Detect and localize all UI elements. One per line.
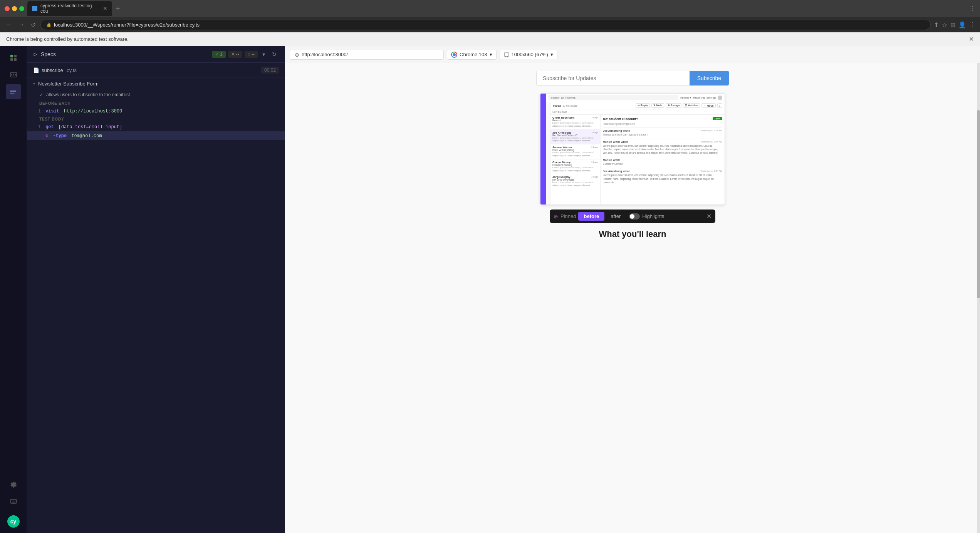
- mini-note-btn[interactable]: ✎ Note: [651, 103, 665, 108]
- mini-thread-3: Monica White Customer Service: [603, 159, 722, 166]
- mini-message-item-1[interactable]: 14 ago Gloria Robertson Refund Lorem ips…: [550, 115, 600, 130]
- minimize-button[interactable]: [12, 6, 17, 11]
- specs-controls: ✓ 1 ✕ -- ○ -- ▾ ↻: [212, 50, 279, 59]
- mini-thread-author-4: Joe Armstrong wrote: [603, 170, 630, 173]
- mini-thread-author-2: Monica White wrote: [603, 141, 628, 143]
- mini-assign-btn[interactable]: ⊕ Assign: [666, 103, 681, 108]
- viewport-text: 1000x660 (67%): [512, 52, 548, 57]
- bookmark-button[interactable]: ☆: [942, 21, 947, 28]
- tab-close-button[interactable]: ✕: [103, 5, 107, 12]
- mini-sidebar: [540, 94, 546, 204]
- extensions-button[interactable]: ⊞: [950, 21, 955, 28]
- mini-search-input[interactable]: [548, 95, 678, 100]
- browser-menu-button[interactable]: ⋮: [969, 5, 975, 12]
- mini-message-item-5[interactable]: 14 ago Jorge Murphy Not what I expected …: [550, 174, 600, 189]
- browser-titlebar: cypress-realworld-testing-cou ✕ + ⋮: [0, 0, 980, 17]
- viewport-selector[interactable]: 1000x660 (67%) ▾: [500, 50, 557, 59]
- new-tab-button[interactable]: +: [114, 4, 123, 13]
- mini-move-btn[interactable]: → Move: [701, 103, 716, 108]
- mini-reply-btn[interactable]: ↩ Reply: [636, 103, 650, 108]
- forward-button[interactable]: →: [17, 20, 26, 29]
- refresh-button[interactable]: ↻: [270, 50, 279, 59]
- specs-icon: ⊳: [33, 51, 38, 57]
- mini-thread-4: Joe Armstrong wrote Yesterday at 7:24 AM…: [603, 170, 722, 184]
- sidebar-icon-list[interactable]: [6, 84, 21, 99]
- email-input[interactable]: [536, 71, 690, 85]
- code-keyword-visit: visit: [45, 109, 59, 114]
- code-line-1: 1 visit http://localhost:3000: [27, 107, 285, 116]
- notification-close-button[interactable]: ✕: [969, 35, 974, 43]
- sidebar-icon-keyboard[interactable]: [6, 494, 21, 509]
- cy-logo-mark: cy: [7, 515, 20, 528]
- active-tab[interactable]: cypress-realworld-testing-cou ✕: [27, 1, 112, 16]
- reload-button[interactable]: ↺: [29, 20, 37, 29]
- mini-msg-preview-3: Lorem ipsum dolor sit amet, consectetur …: [552, 151, 598, 158]
- mini-thread-divider-2: [603, 139, 722, 139]
- notification-bar: Chrome is being controlled by automated …: [0, 32, 980, 46]
- mini-thread-header-3: Monica White: [603, 159, 722, 161]
- toggle-switch[interactable]: [629, 213, 640, 220]
- preview-url-bar[interactable]: ⊕ http://localhost:3000/: [290, 50, 444, 60]
- preview-scrollbar[interactable]: [977, 63, 980, 533]
- highlights-toggle[interactable]: Highlights: [629, 213, 664, 220]
- app-preview: Subscribe Inboxes ▾ Reporting Settings: [285, 63, 980, 533]
- pinned-before-button[interactable]: before: [578, 212, 604, 221]
- mini-thread-header-1: Joe Armstrong wrote Yesterday at 7:24 AM: [603, 129, 722, 132]
- left-panel: ⊳ Specs ✓ 1 ✕ -- ○ -- ▾ ↻: [27, 46, 285, 533]
- maximize-button[interactable]: [19, 6, 24, 11]
- sidebar-icon-dashboard[interactable]: [6, 50, 21, 65]
- svg-rect-9: [504, 53, 509, 56]
- test-group-header[interactable]: ▾ Newsletter Subscribe Form: [27, 78, 285, 90]
- mini-thread-1: Joe Armstrong wrote Yesterday at 7:24 AM…: [603, 129, 722, 136]
- svg-rect-2: [10, 58, 13, 61]
- loading-badge: ○ --: [245, 51, 258, 58]
- pinned-after-button[interactable]: after: [605, 212, 626, 221]
- mini-msg-subject-5: Not what I expected: [552, 178, 598, 181]
- sidebar-icon-settings[interactable]: [6, 477, 21, 492]
- sidebar-icon-code[interactable]: [6, 67, 21, 82]
- mini-msg-subject-3: Issue with reporting: [552, 149, 598, 151]
- share-button[interactable]: ⬆: [934, 21, 939, 28]
- code-value-url: http://localhost:3000: [64, 109, 122, 114]
- code-line-2: 1 get [data-test=email-input]: [27, 123, 285, 131]
- subscribe-button[interactable]: Subscribe: [690, 71, 729, 85]
- more-menu-button[interactable]: ⋮: [969, 21, 975, 28]
- mini-body: Inbox 12 messages ↩ Reply ✎ Note ⊕ Assig…: [546, 102, 725, 204]
- back-button[interactable]: ←: [5, 20, 14, 29]
- svg-point-6: [10, 91, 11, 92]
- scrollbar-thumb[interactable]: [977, 110, 980, 298]
- fail-badge: ✕ --: [228, 51, 242, 58]
- mini-arrows-btn[interactable]: ↕: [717, 103, 723, 108]
- pinned-pin-icon: ⊕: [554, 213, 558, 220]
- pinned-close-button[interactable]: ✕: [706, 213, 712, 220]
- mini-thread-time-1: Yesterday at 7:24 AM: [700, 129, 722, 132]
- test-group-label: Newsletter Subscribe Form: [38, 81, 99, 87]
- browser-selector[interactable]: Chrome 103 ▾: [447, 50, 497, 60]
- mini-nav-settings[interactable]: Settings: [706, 96, 716, 99]
- mini-nav-reporting[interactable]: Reporting: [693, 96, 705, 99]
- mini-open-badge: Open: [713, 117, 722, 120]
- x-icon: ✕: [231, 52, 235, 57]
- browser-chrome: cypress-realworld-testing-cou ✕ + ⋮ ← → …: [0, 0, 980, 32]
- file-header: 📄 subscribe.cy.ts 00:02: [27, 63, 285, 78]
- address-bar[interactable]: 🔒 localhost:3000/__#/specs/runner?file=c…: [40, 20, 931, 30]
- svg-rect-3: [14, 58, 17, 61]
- pass-badge: ✓ 1: [212, 51, 226, 58]
- svg-rect-0: [10, 55, 13, 57]
- tab-title: cypress-realworld-testing-cou: [40, 3, 100, 14]
- dropdown-button[interactable]: ▾: [260, 50, 267, 59]
- mini-message-item-4[interactable]: 14 ago Gladys Mccoy Email not working Lo…: [550, 159, 600, 174]
- preview-toolbar: ⊕ http://localhost:3000/ Chrome 103 ▾ 10…: [285, 46, 980, 63]
- mini-message-item-2[interactable]: 14 ago Joe Armstrong Re: Student Discoun…: [550, 130, 600, 145]
- mini-sort-bar: Sort by date: [550, 109, 725, 115]
- mini-nav-inboxes[interactable]: Inboxes ▾: [680, 96, 691, 99]
- mini-detail-panel: Re: Student Discount? joearmstrong@examp…: [601, 115, 725, 204]
- close-button[interactable]: [5, 6, 10, 11]
- mini-thread-text-1: Thanks so much! Can't wait to try it out…: [603, 133, 722, 136]
- mini-archive-btn[interactable]: ⊡ Archive: [683, 103, 700, 108]
- fail-val: --: [236, 52, 239, 57]
- mini-message-item-3[interactable]: 14 ago Jerome Warren Issue with reportin…: [550, 144, 600, 159]
- loading-icon: ○: [248, 52, 250, 57]
- pinned-label: Pinned: [560, 213, 576, 219]
- profile-button[interactable]: 👤: [958, 21, 966, 28]
